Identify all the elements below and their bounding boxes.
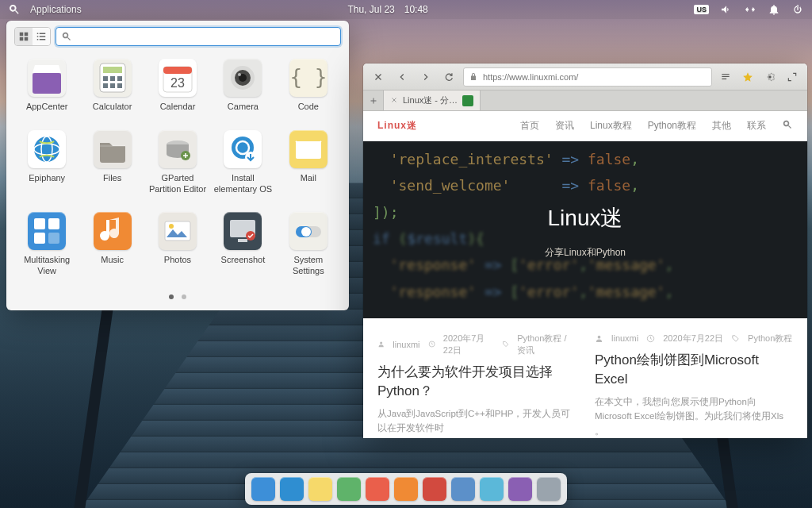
tab-bar: Linux迷 - 分… xyxy=(363,90,807,111)
app-label: Install elementary OS xyxy=(213,173,272,195)
dock-item-system-settings[interactable] xyxy=(537,477,561,501)
top-panel: Applications Thu, Jul 23 10:48 US xyxy=(0,0,812,19)
app-label: Calendar xyxy=(160,102,196,113)
app-label: Mail xyxy=(301,173,316,184)
nav-link[interactable]: 联系 xyxy=(747,119,766,133)
dock-item-epiphany[interactable] xyxy=(280,477,304,501)
back-button[interactable] xyxy=(392,67,412,87)
app-icon xyxy=(94,59,132,97)
svg-text:{ }: { } xyxy=(289,65,327,89)
nav-link[interactable]: 资讯 xyxy=(555,119,574,133)
dock-item-calendar[interactable] xyxy=(366,477,389,501)
panel-date: Thu, Jul 23 xyxy=(347,4,394,15)
tab-close-icon[interactable] xyxy=(390,96,398,106)
app-calculator[interactable]: Calculator xyxy=(81,57,143,114)
app-icon xyxy=(224,130,262,168)
apps-search[interactable] xyxy=(56,27,341,46)
apps-search-input[interactable] xyxy=(75,31,335,42)
nav-link[interactable]: 首页 xyxy=(520,119,539,133)
svg-rect-30 xyxy=(165,221,190,241)
applications-popover: AppCenter Calculator23 Calendar Camera{ … xyxy=(6,21,349,310)
app-multitasking-view[interactable]: Multitasking View xyxy=(16,210,78,279)
svg-rect-26 xyxy=(34,218,45,229)
clock[interactable]: Thu, Jul 23 10:48 xyxy=(347,4,427,15)
article-card[interactable]: linuxmi 2020年7月22日 Python教程 Python绘制饼图到M… xyxy=(595,333,793,438)
reload-button[interactable] xyxy=(439,67,460,87)
dock-item-photos[interactable] xyxy=(451,477,475,501)
app-appcenter[interactable]: AppCenter xyxy=(16,57,78,114)
app-label: AppCenter xyxy=(26,102,68,113)
nav-link[interactable]: Python教程 xyxy=(648,119,696,133)
app-icon xyxy=(159,130,197,168)
tab-favicon-icon xyxy=(462,95,473,106)
app-calendar[interactable]: 23 Calendar xyxy=(147,57,209,114)
network-icon[interactable] xyxy=(744,3,756,16)
svg-rect-4 xyxy=(110,76,115,81)
dock-item-multitasking-view[interactable] xyxy=(251,477,275,501)
app-icon xyxy=(94,130,132,168)
applications-menu[interactable]: Applications xyxy=(30,4,82,15)
dock-item-messaging[interactable] xyxy=(480,477,504,501)
svg-rect-27 xyxy=(48,218,59,229)
dock-item-music[interactable] xyxy=(394,477,418,501)
app-label: Code xyxy=(298,102,319,113)
app-icon: 23 xyxy=(159,59,197,97)
app-photos[interactable]: Photos xyxy=(147,210,209,279)
browser-titlebar: https://www.linuxmi.com/ xyxy=(363,64,807,90)
notifications-icon[interactable] xyxy=(768,3,780,16)
app-gparted-partition-editor[interactable]: GParted Partition Editor xyxy=(147,129,209,197)
new-tab-button[interactable] xyxy=(363,90,384,110)
svg-rect-10 xyxy=(163,67,192,74)
app-label: System Settings xyxy=(279,255,338,277)
dock-item-videos[interactable] xyxy=(423,477,446,501)
volume-icon[interactable] xyxy=(720,3,733,16)
dock-item-appcenter[interactable] xyxy=(508,477,532,501)
app-music[interactable]: Music xyxy=(81,210,143,279)
svg-rect-29 xyxy=(48,233,59,244)
site-brand[interactable]: Linux迷 xyxy=(377,119,417,133)
app-label: Camera xyxy=(228,102,259,113)
nav-link[interactable]: 其他 xyxy=(712,119,731,133)
app-label: Music xyxy=(101,255,124,266)
app-screenshot[interactable]: Screenshot xyxy=(212,210,274,279)
dock-item-tasks[interactable] xyxy=(337,477,361,501)
app-install-elementary-os[interactable]: Install elementary OS xyxy=(212,129,274,197)
app-label: Files xyxy=(103,173,121,184)
svg-rect-7 xyxy=(110,83,115,88)
list-view-button[interactable] xyxy=(33,28,50,45)
menu-button[interactable] xyxy=(760,67,780,87)
app-system-settings[interactable]: System Settings xyxy=(278,210,339,279)
maximize-button[interactable] xyxy=(782,67,802,87)
forward-button[interactable] xyxy=(416,67,436,87)
url-text: https://www.linuxmi.com/ xyxy=(483,72,578,82)
article-title: 为什么要为软件开发项目选择 Python？ xyxy=(377,363,576,402)
browser-tab[interactable]: Linux迷 - 分… xyxy=(384,90,481,110)
dock-item-mail[interactable] xyxy=(308,477,332,501)
hero-subtitle: 分享Linux和Python xyxy=(545,244,626,261)
grid-view-button[interactable] xyxy=(15,28,33,45)
svg-rect-33 xyxy=(238,239,247,242)
nav-link[interactable]: Linux教程 xyxy=(590,119,632,133)
bookmark-button[interactable] xyxy=(737,67,758,87)
app-files[interactable]: Files xyxy=(81,129,143,197)
article-excerpt: 从Java到JavaScript到C++和PHP，开发人员可以在开发软件时 xyxy=(377,406,576,436)
reader-button[interactable] xyxy=(715,67,736,87)
power-icon[interactable] xyxy=(791,3,804,16)
article-card[interactable]: linuxmi 2020年7月22日 Python教程 / 资讯 为什么要为软件… xyxy=(377,333,576,438)
app-mail[interactable]: Mail xyxy=(278,129,339,197)
app-epiphany[interactable]: Epiphany xyxy=(16,129,78,197)
app-label: Photos xyxy=(164,255,191,266)
address-bar[interactable]: https://www.linuxmi.com/ xyxy=(463,67,712,87)
app-icon xyxy=(224,59,262,97)
app-code[interactable]: { } Code xyxy=(278,57,339,114)
site-search-icon[interactable] xyxy=(782,119,793,133)
view-toggle xyxy=(14,27,51,46)
article-meta: linuxmi 2020年7月22日 Python教程 / 资讯 xyxy=(377,333,576,356)
app-icon xyxy=(289,212,327,250)
page-indicator[interactable] xyxy=(14,294,341,299)
app-camera[interactable]: Camera xyxy=(212,57,274,114)
close-button[interactable] xyxy=(368,67,389,87)
keyboard-layout-indicator[interactable]: US xyxy=(694,5,709,14)
article-excerpt: 在本文中，我想向您展示使用Python向Microsoft Excel绘制饼图。… xyxy=(595,394,793,438)
tab-title: Linux迷 - 分… xyxy=(403,94,458,106)
